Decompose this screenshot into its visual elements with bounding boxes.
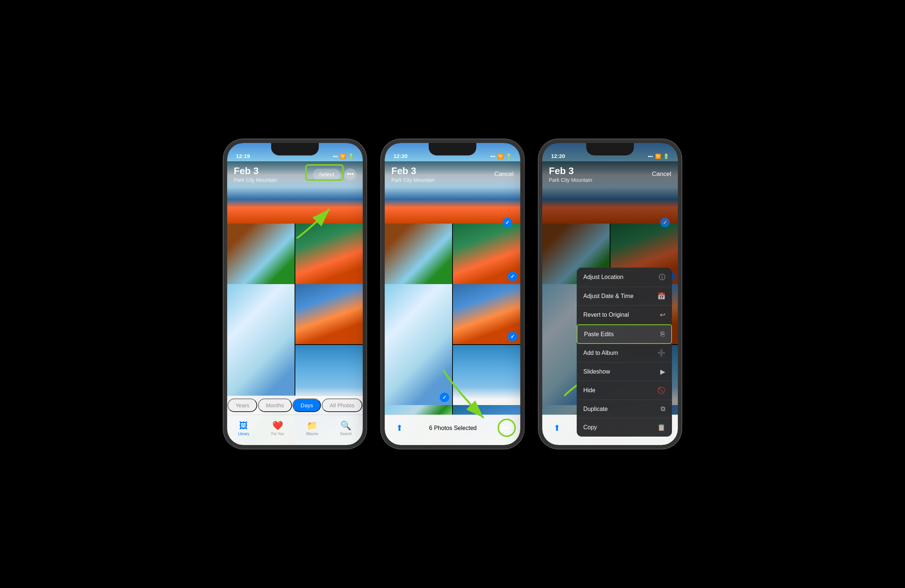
- check-1: ✓: [508, 272, 518, 281]
- copy-icon: 📋: [657, 423, 665, 431]
- status-icons-2: ▪▪▪ 🛜 🔋: [490, 154, 511, 159]
- menu-paste-edits[interactable]: Paste Edits ⎘: [577, 324, 672, 344]
- time-display-3: 12:20: [551, 153, 565, 159]
- adjust-datetime-label: Adjust Date & Time: [583, 293, 634, 299]
- library-tab[interactable]: 🖼 Library: [238, 421, 249, 436]
- slideshow-icon: ▶: [660, 368, 665, 376]
- notch-2: [429, 143, 476, 156]
- cancel-button-3[interactable]: Cancel: [652, 170, 671, 178]
- wifi-icon-2: 🛜: [498, 154, 503, 159]
- albums-label: Albums: [306, 432, 318, 436]
- phone-3-screen: ✓ ✓ ✓: [542, 143, 678, 445]
- library-icon: 🖼: [239, 421, 248, 431]
- mid-row: [227, 224, 363, 284]
- header-actions-1: Select •••: [313, 168, 356, 180]
- foryou-label: For You: [272, 432, 284, 436]
- location-label-3: Park City Mountain: [549, 177, 592, 183]
- scene: 12:19 ▪▪▪ 🛜 🔋 Feb 3 Park City Mountain S…: [213, 128, 692, 460]
- date-label-2: Feb 3: [391, 165, 435, 177]
- days-tab[interactable]: Days: [292, 399, 321, 412]
- search-tab[interactable]: 🔍 Search: [340, 421, 352, 436]
- adjust-location-label: Adjust Location: [583, 274, 623, 280]
- adjust-location-icon: ⓘ: [659, 273, 665, 281]
- menu-hide[interactable]: Hide 🚫: [577, 381, 672, 400]
- header-date-2: Feb 3 Park City Mountain: [391, 165, 435, 183]
- for-you-tab[interactable]: ❤️ For You: [272, 421, 284, 436]
- thumb-selfie: [295, 224, 363, 284]
- lower-row: [227, 284, 363, 405]
- thumb-group-2: ✓: [453, 284, 520, 345]
- notch-3: [586, 143, 634, 156]
- share-button-2[interactable]: ⬆: [392, 421, 407, 435]
- months-tab[interactable]: Months: [258, 399, 292, 412]
- more-circle-icon: •••: [503, 424, 510, 432]
- menu-adjust-location[interactable]: Adjust Location ⓘ: [577, 268, 672, 287]
- context-menu: Adjust Location ⓘ Adjust Date & Time 📅 R…: [577, 268, 672, 437]
- photo-header-3: Feb 3 Park City Mountain Cancel: [542, 161, 678, 187]
- check-hero-3: ✓: [660, 218, 670, 227]
- thumb-ski-2: [385, 224, 453, 284]
- foryou-icon: ❤️: [272, 421, 283, 431]
- phone-1: 12:19 ▪▪▪ 🛜 🔋 Feb 3 Park City Mountain S…: [224, 139, 367, 449]
- cancel-button-2[interactable]: Cancel: [494, 170, 514, 178]
- time-display-2: 12:20: [394, 153, 407, 159]
- phone-2-frame: ✓ ✓ ✓: [381, 139, 524, 449]
- more-circle-button[interactable]: •••: [499, 421, 513, 435]
- menu-copy[interactable]: Copy 📋: [577, 418, 672, 437]
- copy-label: Copy: [583, 424, 597, 431]
- thumb-blue-2: [453, 345, 520, 405]
- tab-bar-1: 🖼 Library ❤️ For You 📁 Albums 🔍 Search: [227, 415, 363, 445]
- years-tab[interactable]: Years: [227, 399, 257, 412]
- action-bar-2: ⬆ 6 Photos Selected •••: [385, 415, 520, 445]
- hide-label: Hide: [583, 387, 595, 394]
- library-label: Library: [238, 432, 249, 436]
- slideshow-label: Slideshow: [583, 369, 610, 375]
- status-icons-1: ▪▪▪ 🛜 🔋: [333, 154, 354, 159]
- check-3: ✓: [508, 332, 518, 341]
- time-display-1: 12:19: [236, 153, 250, 159]
- wifi-icon: 🛜: [340, 154, 346, 159]
- phone-3: ✓ ✓ ✓: [538, 139, 681, 449]
- duplicate-icon: ⧉: [660, 405, 665, 413]
- signal-icon-3: ▪▪▪: [648, 154, 653, 159]
- share-button-3[interactable]: ⬆: [549, 421, 564, 435]
- signal-icon: ▪▪▪: [333, 154, 338, 159]
- more-button-1[interactable]: •••: [345, 168, 356, 180]
- revert-label: Revert to Original: [583, 311, 629, 318]
- thumb-mountain: [227, 284, 295, 405]
- location-label-2: Park City Mountain: [391, 177, 435, 183]
- photo-grid-2: ✓ ✓ ✓: [385, 143, 520, 445]
- check-2: ✓: [440, 393, 449, 402]
- menu-add-album[interactable]: Add to Album ➕: [577, 344, 672, 362]
- mid-row-2: ✓: [385, 224, 520, 284]
- phone-2-screen: ✓ ✓ ✓: [385, 143, 520, 445]
- check-hero: ✓: [503, 218, 512, 227]
- thumb-group: [295, 284, 363, 345]
- notch: [271, 143, 319, 156]
- select-button[interactable]: Select: [313, 168, 340, 180]
- phone-2: ✓ ✓ ✓: [381, 139, 524, 449]
- add-album-icon: ➕: [657, 349, 665, 357]
- phone-1-screen: 12:19 ▪▪▪ 🛜 🔋 Feb 3 Park City Mountain S…: [227, 143, 363, 445]
- revert-icon: ↩: [660, 311, 665, 319]
- thumb-selfie-2: ✓: [453, 224, 520, 284]
- location-label-1: Park City Mountain: [234, 177, 277, 183]
- selected-count-2: 6 Photos Selected: [429, 425, 477, 431]
- paste-edits-icon: ⎘: [660, 330, 665, 338]
- search-icon: 🔍: [340, 421, 351, 431]
- lower-row-2: ✓ ✓: [385, 284, 520, 405]
- thumb-ski-house: [227, 224, 295, 284]
- adjust-datetime-icon: 📅: [657, 292, 665, 300]
- hide-icon: 🚫: [657, 386, 665, 394]
- phone-1-frame: 12:19 ▪▪▪ 🛜 🔋 Feb 3 Park City Mountain S…: [224, 139, 367, 449]
- menu-revert[interactable]: Revert to Original ↩: [577, 306, 672, 324]
- all-photos-tab[interactable]: All Photos: [322, 399, 363, 412]
- menu-adjust-datetime[interactable]: Adjust Date & Time 📅: [577, 287, 672, 306]
- albums-icon: 📁: [307, 421, 318, 431]
- menu-slideshow[interactable]: Slideshow ▶: [577, 362, 672, 381]
- paste-edits-label: Paste Edits: [584, 331, 614, 338]
- battery-icon-3: 🔋: [663, 154, 669, 159]
- albums-tab[interactable]: 📁 Albums: [306, 421, 318, 436]
- menu-duplicate[interactable]: Duplicate ⧉: [577, 400, 672, 418]
- signal-icon-2: ▪▪▪: [490, 154, 495, 159]
